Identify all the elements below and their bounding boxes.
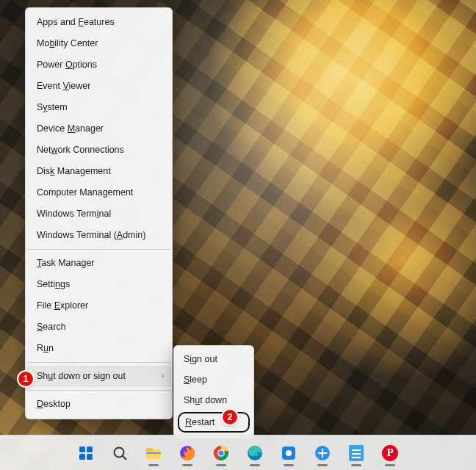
menu-item-task-manager[interactable]: Task Manager [26, 253, 171, 274]
submenu-item-label: Sleep [184, 375, 207, 385]
running-indicator [317, 464, 328, 466]
taskbar-explorer-button[interactable] [139, 438, 168, 468]
menu-item-label: Task Manager [37, 258, 95, 268]
menu-separator [27, 390, 170, 391]
file-explorer-icon [145, 444, 162, 462]
menu-item-label: Power Options [37, 59, 97, 70]
taskbar-pinterest-button[interactable]: P [375, 438, 405, 468]
pinterest-icon: P [382, 445, 398, 461]
menu-item-label: Windows Terminal (Admin) [37, 230, 145, 240]
firefox-icon [178, 444, 196, 462]
svg-rect-0 [79, 446, 85, 452]
menu-item-label: Disk Management [37, 166, 111, 176]
taskbar-firefox-button[interactable] [173, 438, 202, 468]
taskbar-chrome-button[interactable] [206, 438, 236, 468]
submenu-item-label: Restart [185, 417, 214, 427]
menu-item-system[interactable]: System [26, 97, 171, 118]
svg-rect-3 [87, 454, 93, 460]
menu-item-computer-management[interactable]: Computer Management [26, 182, 171, 203]
chrome-icon [212, 444, 230, 462]
submenu-item-sign-out[interactable]: Sign out [175, 349, 253, 369]
edge-icon [246, 444, 264, 462]
menu-item-label: System [37, 102, 68, 112]
svg-rect-17 [318, 452, 327, 454]
start-icon [77, 444, 95, 462]
svg-rect-6 [146, 448, 153, 452]
svg-rect-1 [87, 446, 93, 452]
menu-item-label: Desktop [37, 399, 71, 409]
menu-item-label: Shut down or sign out [37, 371, 126, 381]
search-icon [111, 444, 129, 462]
menu-separator [27, 362, 170, 363]
running-indicator [284, 464, 294, 466]
menu-item-windows-terminal[interactable]: Windows Terminal [26, 203, 171, 225]
svg-point-14 [286, 450, 292, 456]
menu-item-event-viewer[interactable]: Event Viewer [26, 76, 171, 97]
menu-item-search[interactable]: Search [26, 317, 171, 338]
taskbar-edge-button[interactable] [240, 438, 270, 468]
menu-item-label: Network Connections [37, 145, 124, 155]
callout-badge-1: 1 [18, 372, 33, 386]
menu-item-label: Mobility Center [37, 38, 98, 48]
svg-rect-7 [146, 452, 161, 454]
taskbar-pluscircle-button[interactable] [308, 438, 337, 468]
menu-item-windows-terminal-admin[interactable]: Windows Terminal (Admin) [26, 225, 171, 246]
svg-point-4 [115, 447, 124, 457]
menu-item-run[interactable]: Run [26, 338, 171, 359]
running-indicator [216, 464, 226, 466]
menu-item-label: Settings [37, 279, 70, 289]
submenu-item-restart[interactable]: Restart [178, 412, 250, 433]
menu-item-power-options[interactable]: Power Options [26, 54, 171, 76]
app-icon [314, 444, 331, 462]
menu-item-apps-features[interactable]: Apps and Features [26, 12, 171, 33]
taskbar-search-button[interactable] [105, 438, 134, 468]
notes-icon [349, 445, 364, 461]
callout-badge-2: 2 [223, 410, 237, 424]
menu-item-shutdown-signout[interactable]: Shut down or sign out› [26, 366, 171, 387]
menu-item-label: Apps and Features [37, 17, 115, 27]
chevron-right-icon: › [162, 372, 164, 380]
app-icon [280, 444, 298, 462]
menu-item-desktop[interactable]: Desktop [26, 394, 171, 415]
menu-item-network-connections[interactable]: Network Connections [26, 140, 171, 161]
menu-item-device-manager[interactable]: Device Manager [26, 118, 171, 140]
shutdown-submenu: Sign outSleepShut downRestart [173, 345, 254, 438]
menu-item-label: Device Manager [37, 123, 104, 134]
submenu-item-label: Sign out [184, 354, 217, 364]
winx-context-menu: Apps and FeaturesMobility CenterPower Op… [25, 7, 173, 419]
menu-item-settings[interactable]: Settings [26, 274, 171, 295]
submenu-item-label: Shut down [184, 395, 227, 405]
menu-item-label: Event Viewer [37, 81, 90, 91]
running-indicator [148, 464, 159, 466]
taskbar-start-button[interactable] [71, 438, 101, 468]
menu-item-label: File Explorer [37, 300, 88, 311]
svg-point-11 [218, 450, 223, 455]
menu-item-label: Run [37, 343, 54, 353]
menu-separator [27, 249, 170, 250]
menu-item-file-explorer[interactable]: File Explorer [26, 295, 171, 317]
running-indicator [385, 464, 395, 466]
taskbar: P [0, 435, 476, 470]
running-indicator [351, 464, 361, 466]
submenu-item-shut-down[interactable]: Shut down [175, 390, 253, 411]
menu-item-label: Computer Management [37, 187, 133, 198]
menu-item-disk-management[interactable]: Disk Management [26, 161, 171, 182]
menu-item-label: Search [37, 322, 66, 332]
menu-item-mobility-center[interactable]: Mobility Center [26, 33, 171, 54]
running-indicator [182, 464, 192, 466]
taskbar-bluesquare-button[interactable] [274, 438, 303, 468]
running-indicator [250, 464, 260, 466]
svg-rect-2 [79, 454, 85, 460]
submenu-item-sleep[interactable]: Sleep [175, 369, 253, 390]
taskbar-notes-button[interactable] [342, 438, 371, 468]
menu-item-label: Windows Terminal [37, 209, 111, 219]
